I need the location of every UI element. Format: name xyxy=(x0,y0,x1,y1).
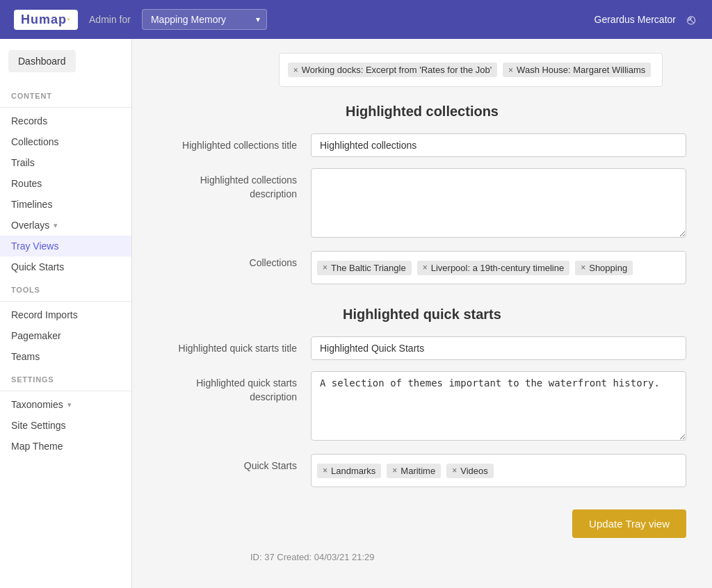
project-select[interactable]: Mapping Memory xyxy=(142,9,267,30)
collections-label: Collections xyxy=(158,251,311,270)
sidebar-item-taxonomies[interactable]: Taxonomies ▾ xyxy=(0,394,131,415)
sidebar-section-tools: TOOLS xyxy=(0,277,131,298)
user-name: Gerardus Mercator xyxy=(594,14,676,25)
sidebar-item-overlays[interactable]: Overlays ▾ xyxy=(0,215,131,236)
collections-desc-label: Highlighted collections description xyxy=(158,168,311,201)
sidebar-item-records[interactable]: Records xyxy=(0,111,131,131)
qs-tag-videos-label: Videos xyxy=(460,466,488,476)
quick-starts-title-input[interactable] xyxy=(311,336,686,360)
quick-starts-title-label: Highlighted quick starts title xyxy=(158,336,311,356)
sidebar-item-teams[interactable]: Teams xyxy=(0,346,131,367)
header: Humap· Admin for Mapping Memory ▾ Gerard… xyxy=(0,0,712,39)
sidebar-item-map-theme[interactable]: Map Theme xyxy=(0,436,131,457)
sidebar-section-content: CONTENT xyxy=(0,83,131,104)
top-tags-container: × Working docks: Excerpt from 'Rates for… xyxy=(279,53,663,87)
sidebar-dashboard[interactable]: Dashboard xyxy=(8,50,76,72)
collections-desc-textarea[interactable] xyxy=(311,168,686,238)
header-right: Gerardus Mercator ⎋ xyxy=(594,9,698,31)
remove-qs-tag-videos[interactable]: × xyxy=(452,466,457,475)
highlighted-collections-section: Highlighted collections Highlighted coll… xyxy=(153,104,691,284)
logout-icon: ⎋ xyxy=(687,12,695,27)
main-content: × Working docks: Excerpt from 'Rates for… xyxy=(132,39,712,588)
page-meta: ID: 37 Created: 04/03/21 21:29 xyxy=(250,544,691,571)
highlighted-quick-starts-section: Highlighted quick starts Highlighted qui… xyxy=(153,307,691,487)
collection-tag-baltic-label: The Baltic Triangle xyxy=(331,263,406,273)
collections-desc-control xyxy=(311,168,686,240)
collections-tags-control: × The Baltic Triangle × Liverpool: a 19t… xyxy=(311,251,686,284)
form-footer: Update Tray view xyxy=(158,509,686,538)
top-tag-label-working-docks: Working docks: Excerpt from 'Rates for t… xyxy=(302,65,492,75)
quick-starts-desc-control: A selection of themes important to the w… xyxy=(311,371,686,443)
sidebar-item-trails[interactable]: Trails xyxy=(0,152,131,173)
quick-starts-desc-textarea[interactable]: A selection of themes important to the w… xyxy=(311,371,686,441)
sidebar-divider-settings xyxy=(0,391,131,391)
remove-collection-tag-liverpool[interactable]: × xyxy=(423,263,428,272)
quick-starts-tags-row: Quick Starts × Landmarks × Maritime × xyxy=(158,454,686,487)
top-tag-working-docks: × Working docks: Excerpt from 'Rates for… xyxy=(288,63,498,77)
layout: Dashboard CONTENT Records Collections Tr… xyxy=(0,39,712,588)
highlighted-collections-title: Highlighted collections xyxy=(153,104,691,120)
update-tray-view-button[interactable]: Update Tray view xyxy=(572,509,686,538)
logout-button[interactable]: ⎋ xyxy=(684,9,698,31)
sidebar-item-site-settings[interactable]: Site Settings xyxy=(0,415,131,436)
quick-starts-tags-input[interactable]: × Landmarks × Maritime × Videos xyxy=(311,454,686,487)
collections-title-row: Highlighted collections title xyxy=(158,133,686,157)
sidebar-item-routes[interactable]: Routes xyxy=(0,173,131,194)
collections-title-label: Highlighted collections title xyxy=(158,133,311,153)
collections-desc-row: Highlighted collections description xyxy=(158,168,686,240)
collection-tag-liverpool: × Liverpool: a 19th-century timeline xyxy=(417,261,570,275)
sidebar-divider-tools xyxy=(0,301,131,302)
qs-tag-landmarks-label: Landmarks xyxy=(331,466,375,476)
top-tag-label-wash-house: Wash House: Margaret Williams xyxy=(517,65,645,75)
sidebar-item-collections[interactable]: Collections xyxy=(0,131,131,152)
header-left: Humap· Admin for Mapping Memory ▾ xyxy=(14,9,267,30)
chevron-right-icon: ▾ xyxy=(54,221,58,230)
sidebar-item-tray-views[interactable]: Tray Views xyxy=(0,236,131,256)
qs-tag-landmarks: × Landmarks xyxy=(317,464,381,478)
admin-for-label: Admin for xyxy=(89,14,131,25)
project-select-wrapper: Mapping Memory ▾ xyxy=(142,9,267,30)
remove-collection-tag-baltic[interactable]: × xyxy=(323,263,327,272)
remove-tag-wash-house[interactable]: × xyxy=(508,65,513,75)
sidebar-item-quick-starts[interactable]: Quick Starts xyxy=(0,256,131,277)
sidebar-item-record-imports[interactable]: Record Imports xyxy=(0,304,131,325)
collections-title-control xyxy=(311,133,686,157)
quick-starts-title-row: Highlighted quick starts title xyxy=(158,336,686,360)
collections-tags-input[interactable]: × The Baltic Triangle × Liverpool: a 19t… xyxy=(311,251,686,284)
quick-starts-tags-control: × Landmarks × Maritime × Videos xyxy=(311,454,686,487)
collection-tag-baltic: × The Baltic Triangle xyxy=(317,261,412,275)
sidebar-item-pagemaker[interactable]: Pagemaker xyxy=(0,325,131,346)
quick-starts-desc-row: Highlighted quick starts description A s… xyxy=(158,371,686,443)
chevron-right-icon-taxonomies: ▾ xyxy=(67,400,72,409)
remove-collection-tag-shopping[interactable]: × xyxy=(581,263,585,272)
quick-starts-label: Quick Starts xyxy=(158,454,311,473)
logo-dot: · xyxy=(67,13,71,26)
quick-starts-desc-label: Highlighted quick starts description xyxy=(158,371,311,404)
sidebar-item-timelines[interactable]: Timelines xyxy=(0,194,131,215)
quick-starts-title-control xyxy=(311,336,686,360)
remove-qs-tag-maritime[interactable]: × xyxy=(392,466,397,475)
collection-tag-shopping: × Shopping xyxy=(575,261,633,275)
collection-tag-liverpool-label: Liverpool: a 19th-century timeline xyxy=(431,263,565,273)
logo[interactable]: Humap· xyxy=(14,10,78,30)
collection-tag-shopping-label: Shopping xyxy=(589,263,627,273)
remove-tag-working-docks[interactable]: × xyxy=(293,65,298,75)
sidebar-divider-content xyxy=(0,107,131,108)
sidebar: Dashboard CONTENT Records Collections Tr… xyxy=(0,39,132,588)
collections-title-input[interactable] xyxy=(311,133,686,157)
remove-qs-tag-landmarks[interactable]: × xyxy=(323,466,327,475)
top-tag-wash-house: × Wash House: Margaret Williams xyxy=(503,63,651,77)
collections-tags-row: Collections × The Baltic Triangle × Live… xyxy=(158,251,686,284)
logo-text: Humap xyxy=(21,13,67,26)
sidebar-section-settings: SETTINGS xyxy=(0,367,131,388)
qs-tag-maritime: × Maritime xyxy=(387,464,441,478)
highlighted-quick-starts-title: Highlighted quick starts xyxy=(153,307,691,322)
qs-tag-maritime-label: Maritime xyxy=(400,466,435,476)
qs-tag-videos: × Videos xyxy=(446,464,494,478)
